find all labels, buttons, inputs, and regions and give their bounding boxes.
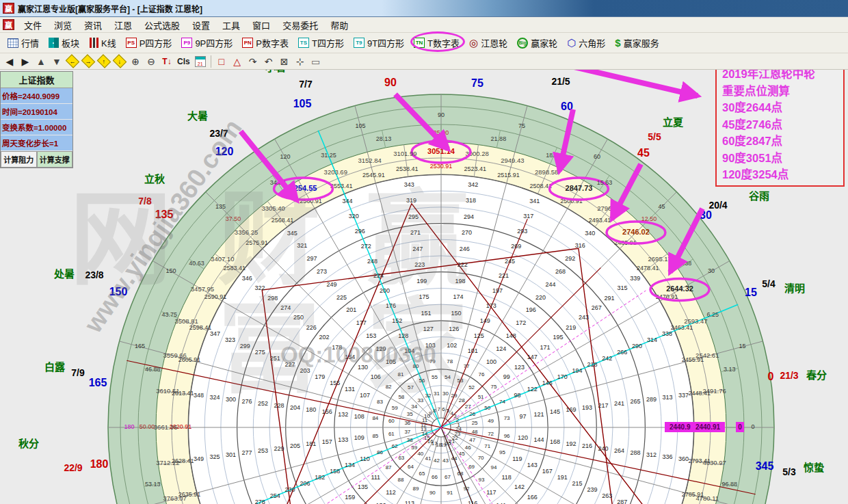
menu-item-4[interactable]: 公式选股	[138, 17, 186, 33]
svg-text:220: 220	[535, 294, 546, 301]
calc-support-button[interactable]: 计算支撑	[37, 151, 73, 168]
toolbar-button-9p-square[interactable]: P99P四方形	[178, 35, 236, 51]
svg-text:291: 291	[605, 295, 615, 302]
svg-text:87: 87	[386, 464, 392, 470]
svg-text:5: 5	[447, 408, 450, 414]
down-solid-button[interactable]: ▼	[51, 55, 62, 68]
toolbar-button-t-square[interactable]: TST四方形	[295, 35, 347, 51]
toolbar-button-p-square[interactable]: PSP四方形	[122, 35, 176, 51]
blocks-icon	[49, 38, 59, 48]
svg-text:3763.07: 3763.07	[163, 494, 187, 502]
menu-item-0[interactable]: 文件	[18, 17, 48, 33]
toolbar-button-sectors[interactable]: 板块	[45, 35, 83, 51]
svg-text:2530.91: 2530.91	[430, 163, 453, 170]
xbox-tool-button[interactable]: ⊠	[279, 55, 290, 68]
menu-item-7[interactable]: 窗口	[246, 17, 276, 33]
diamond-right-button[interactable]: →	[81, 54, 96, 68]
svg-text:72: 72	[488, 431, 494, 437]
svg-text:120: 120	[518, 434, 528, 441]
rotate-cw-button[interactable]: ↷	[248, 55, 259, 68]
svg-text:152: 152	[392, 317, 402, 324]
menu-item-1[interactable]: 浏览	[48, 17, 78, 33]
menu-item-2[interactable]: 资讯	[78, 17, 108, 33]
triangle-tool-button[interactable]: △	[232, 55, 243, 68]
svg-text:171: 171	[540, 344, 551, 351]
toolbar-button-kline[interactable]: K线	[85, 35, 120, 51]
calendar-button[interactable]: 21	[195, 56, 206, 67]
menu-item-6[interactable]: 工具	[216, 17, 246, 33]
svg-text:60: 60	[388, 418, 395, 424]
svg-text:3508.81: 3508.81	[175, 317, 198, 325]
center-tool-button[interactable]: ⊹	[295, 55, 306, 68]
up-solid-button[interactable]: ▲	[36, 55, 47, 68]
toolbar-button-hexagon[interactable]: ⬡六角形	[564, 35, 609, 51]
calc-resistance-button[interactable]: 计算阻力	[1, 151, 37, 168]
svg-text:9.38: 9.38	[680, 260, 692, 267]
svg-text:347: 347	[210, 330, 220, 337]
svg-text:319: 319	[406, 197, 416, 204]
svg-text:343: 343	[404, 181, 414, 188]
svg-text:229: 229	[274, 445, 284, 452]
app-logo-small: 赢	[3, 19, 14, 30]
svg-text:93: 93	[479, 477, 485, 483]
toolbar-button-quotes[interactable]: 行情	[4, 35, 42, 51]
svg-text:47: 47	[469, 437, 475, 443]
svg-text:134: 134	[345, 462, 355, 468]
time-axis-button[interactable]: T↓	[161, 55, 172, 68]
svg-text:35: 35	[407, 411, 413, 417]
menu-item-3[interactable]: 江恩	[108, 17, 138, 33]
toolbar-button-gann-wheel[interactable]: ◎江恩轮	[466, 35, 511, 51]
toolbar-button-p-number-table[interactable]: PNP数字表	[239, 35, 292, 51]
svg-text:25.00: 25.00	[434, 129, 449, 136]
menu-item-5[interactable]: 设置	[186, 17, 216, 33]
toolbar-button-9t-square[interactable]: T99T四方形	[350, 35, 408, 51]
table-grid-icon	[8, 38, 18, 48]
next-button[interactable]: ▶	[20, 55, 31, 68]
svg-text:142: 142	[514, 483, 525, 490]
toolbar-button-winner-service[interactable]: $赢家服务	[611, 35, 662, 51]
diamond-up-button[interactable]: ↑	[97, 54, 111, 68]
svg-text:265: 265	[631, 398, 641, 405]
svg-text:169: 169	[566, 406, 577, 413]
square-tool-button[interactable]: □	[216, 55, 227, 68]
zoom-in-button[interactable]: ⊕	[130, 55, 141, 68]
svg-text:54: 54	[445, 374, 451, 380]
menu-item-9[interactable]: 帮助	[324, 17, 354, 33]
svg-text:103: 103	[425, 342, 436, 349]
cls-button[interactable]: Cls	[177, 55, 190, 68]
toolbar-button-winner-wheel[interactable]: Big赢家轮	[514, 35, 561, 51]
svg-text:239: 239	[587, 486, 597, 493]
svg-text:90: 90	[438, 111, 445, 118]
svg-text:34: 34	[411, 403, 417, 410]
screen-tool-button[interactable]: ▭	[310, 55, 321, 68]
window-title: 赢家江恩专业版[赢家服务平台] - [上证指数 江恩轮]	[18, 3, 202, 14]
toolbar-label-t-square: T四方形	[312, 36, 344, 49]
svg-text:122: 122	[527, 386, 538, 393]
svg-text:167: 167	[542, 468, 553, 475]
svg-text:296: 296	[355, 228, 365, 235]
svg-text:172: 172	[516, 319, 526, 326]
prev-button[interactable]: ◀	[4, 55, 15, 68]
toolbar-button-t-number-table[interactable]: TNT数字表	[410, 35, 463, 51]
svg-text:2575.91: 2575.91	[246, 239, 268, 246]
svg-text:96.88: 96.88	[721, 481, 737, 488]
svg-text:155: 155	[330, 380, 340, 386]
svg-text:110: 110	[360, 455, 369, 462]
menu-item-8[interactable]: 交易委托	[276, 17, 324, 33]
svg-text:251: 251	[270, 355, 280, 362]
svg-text:61: 61	[388, 431, 395, 437]
diamond-left-button[interactable]: ←	[66, 54, 80, 68]
svg-text:2949.43: 2949.43	[501, 157, 524, 164]
svg-text:194: 194	[572, 367, 583, 374]
svg-text:320: 320	[349, 213, 359, 220]
svg-text:248: 248	[367, 258, 377, 265]
rotate-ccw-button[interactable]: ↶	[263, 55, 274, 68]
svg-text:4: 4	[451, 410, 454, 416]
zoom-out-button[interactable]: ⊖	[146, 55, 157, 68]
diamond-down-button[interactable]: ↓	[113, 54, 127, 68]
svg-text:219: 219	[566, 324, 576, 331]
svg-text:2440.91: 2440.91	[695, 423, 721, 431]
svg-text:243: 243	[579, 314, 589, 321]
panel-row-0: 价格=2440.9099	[1, 88, 72, 104]
svg-text:301: 301	[226, 451, 236, 458]
